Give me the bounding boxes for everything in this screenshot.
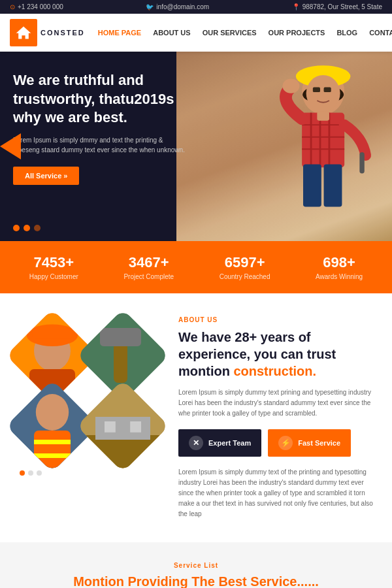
- phone-info: ⊙ +1 234 000 000: [10, 3, 63, 10]
- svg-rect-37: [130, 421, 141, 433]
- address-info: 📍 988782, Our Street, 5 State: [292, 3, 382, 10]
- fast-service-label: Fast Service: [298, 439, 340, 447]
- stat-label-projects: Project Complete: [123, 273, 174, 280]
- email-info: 🐦 info@domain.com: [146, 3, 209, 10]
- services-title-plain: Montion Providing The Best: [73, 574, 247, 588]
- svg-rect-8: [302, 113, 344, 168]
- services-title: Montion Providing The Best Service......: [13, 574, 379, 588]
- stat-happy-customers: 7453+ Happy Customer: [29, 254, 78, 280]
- stats-bar: 7453+ Happy Customer 3467+ Project Compl…: [0, 241, 392, 293]
- stat-number-customers: 7453+: [29, 254, 78, 271]
- services-tag: Service List: [13, 562, 379, 569]
- top-bar: ⊙ +1 234 000 000 🐦 info@domain.com 📍 988…: [0, 0, 392, 14]
- stat-number-countries: 6597+: [220, 254, 270, 271]
- stat-label-customers: Happy Customer: [29, 273, 78, 280]
- about-dot-3[interactable]: [37, 470, 42, 476]
- about-paragraph: Lorem Ipsum is simply dummy text of the …: [178, 467, 379, 519]
- stat-label-awards: Awards Winning: [316, 273, 363, 280]
- svg-point-16: [282, 79, 299, 93]
- nav-contact[interactable]: CONTACT US: [369, 29, 392, 37]
- stat-label-countries: Country Reached: [220, 273, 270, 280]
- stat-countries: 6597+ Country Reached: [220, 254, 270, 280]
- svg-rect-7: [324, 88, 331, 92]
- stat-number-awards: 698+: [316, 254, 363, 271]
- hero-pagination-dots: [13, 225, 41, 231]
- diamond-img-4-inner: [77, 380, 169, 472]
- navbar: CONSTED HOME PAGE ABOUT US OUR SERVICES …: [0, 14, 392, 52]
- hero-dot-3[interactable]: [34, 225, 41, 231]
- about-desc: Lorem Ipsum is simply dummy text prining…: [178, 387, 379, 419]
- logo-icon-box: [10, 19, 37, 46]
- svg-rect-17: [359, 152, 364, 174]
- nav-home[interactable]: HOME PAGE: [98, 29, 141, 37]
- svg-rect-18: [303, 165, 321, 207]
- diamond-grid: [13, 316, 162, 465]
- nav-services[interactable]: OUR SERVICES: [203, 29, 257, 37]
- house-icon: [15, 24, 32, 41]
- construction-svg: [77, 380, 169, 472]
- svg-rect-6: [313, 88, 320, 92]
- nav-blog[interactable]: BLOG: [336, 29, 357, 37]
- hero-section: We are truthful and trustworthy, thatu20…: [0, 52, 392, 241]
- email-address: info@domain.com: [156, 3, 209, 10]
- worker-visual: [176, 52, 392, 241]
- svg-rect-15: [317, 112, 329, 121]
- about-dot-2[interactable]: [28, 470, 33, 476]
- hero-cta-button[interactable]: All Service: [13, 167, 79, 185]
- svg-rect-30: [34, 431, 71, 472]
- stat-awards: 698+ Awards Winning: [316, 254, 363, 280]
- expert-team-icon: ✕: [189, 436, 203, 450]
- hero-dot-2[interactable]: [24, 225, 30, 231]
- about-buttons: ✕ Expert Team ⚡ Fast Service: [178, 429, 379, 457]
- logo[interactable]: CONSTED: [10, 19, 85, 46]
- svg-point-5: [306, 75, 340, 112]
- hero-desc: Lorem Ipsum is simply dmmy and text the …: [13, 135, 189, 155]
- stat-projects: 3467+ Project Complete: [123, 254, 174, 280]
- services-section: Service List Montion Providing The Best …: [0, 542, 392, 588]
- address-text: 988782, Our Street, 5 State: [302, 3, 382, 10]
- expert-team-label: Expert Team: [208, 439, 251, 447]
- expert-team-button[interactable]: ✕ Expert Team: [178, 429, 261, 457]
- fast-service-button[interactable]: ⚡ Fast Service: [268, 429, 351, 457]
- svg-rect-27: [100, 328, 141, 346]
- svg-rect-34: [86, 435, 159, 472]
- about-tag: ABOUT US: [178, 316, 379, 323]
- hero-content: We are truthful and trustworthy, thatu20…: [0, 52, 203, 204]
- about-section: ABOUT US We have 28+ years of experience…: [0, 293, 392, 542]
- worker-figure-svg: [255, 58, 385, 228]
- phone-number: +1 234 000 000: [18, 3, 63, 10]
- nav-projects[interactable]: OUR PROJECTS: [269, 29, 325, 37]
- location-icon: 📍: [292, 3, 300, 10]
- nav-about[interactable]: ABOUT US: [153, 29, 190, 37]
- logo-text: CONSTED: [41, 29, 85, 37]
- hero-dot-1[interactable]: [13, 225, 20, 231]
- about-dots: [13, 470, 162, 476]
- svg-rect-23: [32, 330, 73, 339]
- nav-links: HOME PAGE ABOUT US OUR SERVICES OUR PROJ…: [98, 29, 392, 37]
- phone-icon: ⊙: [10, 3, 15, 10]
- fast-service-icon: ⚡: [278, 436, 293, 450]
- about-title: We have 28+ years of experience, you can…: [178, 329, 379, 380]
- twitter-icon: 🐦: [146, 3, 154, 10]
- svg-rect-31: [34, 440, 71, 444]
- about-images: [13, 316, 162, 486]
- svg-point-29: [36, 394, 69, 431]
- about-dot-active[interactable]: [20, 470, 25, 476]
- stat-number-projects: 3467+: [123, 254, 174, 271]
- diamond-img-4: [76, 380, 169, 472]
- about-content: ABOUT US We have 28+ years of experience…: [178, 316, 379, 519]
- services-title-highlight: Service......: [250, 574, 319, 588]
- svg-rect-35: [95, 417, 150, 440]
- hero-title: We are truthful and trustworthy, thatu20…: [13, 71, 189, 127]
- svg-rect-19: [324, 165, 342, 207]
- svg-rect-36: [105, 421, 116, 433]
- svg-rect-32: [34, 453, 71, 458]
